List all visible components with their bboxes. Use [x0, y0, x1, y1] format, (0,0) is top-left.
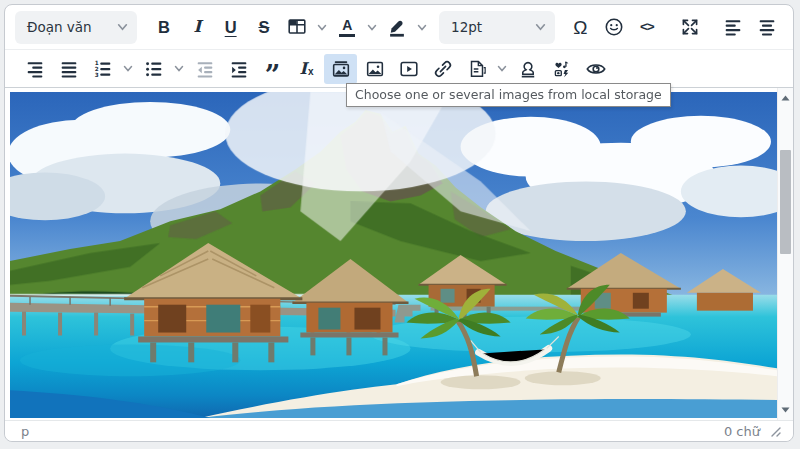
italic-icon: I: [193, 19, 201, 36]
local-images-button[interactable]: [324, 54, 357, 84]
numbered-list-button[interactable]: 123: [86, 54, 119, 84]
align-center-button[interactable]: [751, 12, 783, 42]
button-tooltip: Choose one or several images from local …: [346, 83, 671, 107]
element-path: p: [21, 424, 29, 439]
numbered-list-chevron[interactable]: [120, 54, 136, 84]
underline-button[interactable]: U: [215, 12, 247, 42]
scroll-up-arrow[interactable]: [778, 90, 793, 106]
chevron-down-icon: [174, 65, 184, 72]
rich-text-editor: Đoạn văn B I U S A: [4, 4, 794, 442]
chevron-down-icon: [117, 23, 128, 31]
underline-icon: U: [225, 19, 237, 36]
video-button[interactable]: [392, 54, 425, 84]
text-color-chevron[interactable]: [364, 12, 380, 42]
word-count[interactable]: 0 chữ: [724, 424, 760, 439]
link-button[interactable]: [426, 54, 459, 84]
table-button[interactable]: [281, 12, 313, 42]
chevron-down-icon: [317, 24, 327, 31]
highlight-color-icon: [386, 16, 408, 38]
scroll-down-arrow[interactable]: [778, 402, 793, 418]
image-icon: [364, 58, 386, 80]
chevron-down-icon: [367, 24, 377, 31]
text-color-button[interactable]: A: [331, 12, 363, 42]
special-character-icon: Ω: [573, 18, 587, 37]
video-icon: [398, 58, 420, 80]
chevron-down-icon: [535, 23, 546, 31]
justify-icon: [58, 58, 80, 80]
font-size-select[interactable]: 12pt: [439, 11, 555, 44]
strikethrough-button[interactable]: S: [248, 12, 280, 42]
template-chevron[interactable]: [494, 54, 510, 84]
shortcode-icon: [551, 58, 573, 80]
strikethrough-icon: S: [258, 19, 269, 36]
svg-text:3: 3: [94, 72, 98, 78]
blockquote-button[interactable]: ”: [256, 54, 289, 84]
numbered-list-icon: 123: [92, 58, 114, 80]
indent-button[interactable]: [222, 54, 255, 84]
preview-eye-icon: [585, 58, 607, 80]
bold-icon: B: [158, 19, 170, 36]
align-left-button[interactable]: [717, 12, 749, 42]
anchor-icon: [517, 58, 539, 80]
editor-content[interactable]: [5, 88, 793, 420]
bullet-list-chevron[interactable]: [171, 54, 187, 84]
vertical-scrollbar[interactable]: [777, 88, 793, 420]
scrollbar-thumb[interactable]: [780, 150, 791, 254]
bold-button[interactable]: B: [148, 12, 180, 42]
chevron-down-icon: [123, 65, 133, 72]
link-icon: [432, 58, 454, 80]
bullet-list-icon: [143, 58, 165, 80]
source-code-icon: <>: [640, 20, 654, 34]
outdent-icon: [194, 58, 216, 80]
shortcode-button[interactable]: [545, 54, 578, 84]
indent-icon: [228, 58, 250, 80]
bullet-list-button[interactable]: [137, 54, 170, 84]
font-size-value: 12pt: [451, 19, 482, 35]
template-icon: [466, 58, 488, 80]
justify-button[interactable]: [52, 54, 85, 84]
highlight-color-button[interactable]: [381, 12, 413, 42]
anchor-button[interactable]: [511, 54, 544, 84]
template-button[interactable]: [460, 54, 493, 84]
paragraph-format-value: Đoạn văn: [27, 19, 92, 35]
align-right-icon: [24, 58, 46, 80]
resize-handle[interactable]: [770, 426, 781, 437]
emoji-icon: [603, 16, 625, 38]
image-button[interactable]: [358, 54, 391, 84]
paragraph-format-select[interactable]: Đoạn văn: [15, 11, 137, 44]
align-right-button[interactable]: [18, 54, 51, 84]
content-image[interactable]: [10, 92, 777, 418]
fullscreen-icon: [679, 16, 701, 38]
align-center-icon: [756, 16, 778, 38]
outdent-button[interactable]: [188, 54, 221, 84]
chevron-down-icon: [417, 24, 427, 31]
table-menu-chevron[interactable]: [314, 12, 330, 42]
fullscreen-button[interactable]: [674, 12, 706, 42]
local-images-icon: [330, 58, 352, 80]
statusbar: p 0 chữ: [5, 420, 793, 441]
text-color-icon: A: [339, 18, 355, 37]
preview-button[interactable]: [579, 54, 612, 84]
emoji-button[interactable]: [597, 12, 629, 42]
table-icon: [286, 16, 308, 38]
toolbar-row-1: Đoạn văn B I U S A: [5, 5, 793, 49]
align-left-icon: [722, 16, 744, 38]
clear-formatting-icon: I x: [299, 61, 313, 77]
source-code-button[interactable]: <>: [631, 12, 663, 42]
tropical-lagoon-picture: [10, 92, 777, 418]
italic-button[interactable]: I: [181, 12, 213, 42]
special-character-button[interactable]: Ω: [564, 12, 596, 42]
highlight-color-chevron[interactable]: [414, 12, 430, 42]
chevron-down-icon: [497, 65, 507, 72]
clear-formatting-button[interactable]: I x: [290, 54, 323, 84]
